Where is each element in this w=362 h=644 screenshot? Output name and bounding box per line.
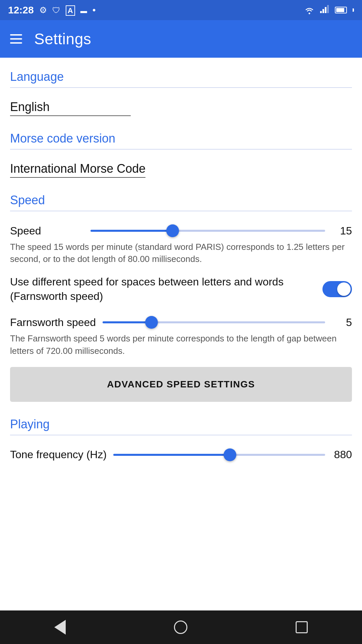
recent-icon bbox=[296, 621, 308, 633]
dot-icon bbox=[93, 5, 96, 15]
speed-slider-thumb[interactable] bbox=[166, 224, 179, 237]
back-button[interactable] bbox=[54, 620, 66, 635]
home-icon bbox=[174, 621, 187, 634]
svg-rect-3 bbox=[327, 5, 329, 13]
farnsworth-slider-thumb[interactable] bbox=[145, 316, 158, 329]
svg-rect-0 bbox=[320, 11, 322, 13]
speed-slider-fill bbox=[90, 230, 173, 232]
farnsworth-slider-track bbox=[103, 321, 325, 323]
status-right bbox=[304, 5, 354, 15]
bottom-nav bbox=[0, 610, 362, 644]
settings-content: Language English Morse code version Inte… bbox=[0, 58, 362, 610]
farnsworth-toggle[interactable] bbox=[322, 281, 352, 297]
speed-slider-value: 15 bbox=[332, 225, 352, 237]
back-icon bbox=[54, 620, 66, 635]
battery-icon bbox=[335, 7, 347, 13]
tone-freq-label: Tone frequency (Hz) bbox=[10, 448, 107, 461]
speed-slider-container[interactable] bbox=[90, 224, 325, 237]
speed-description: The speed 15 words per minute (standard … bbox=[10, 241, 352, 265]
tone-freq-slider-value: 880 bbox=[332, 448, 352, 461]
speed-slider-group: Speed 15 The speed 15 words per minute (… bbox=[10, 211, 352, 265]
morse-section-title: Morse code version bbox=[10, 131, 115, 145]
hamburger-menu[interactable] bbox=[10, 34, 22, 44]
tone-freq-slider-row: Tone frequency (Hz) 880 bbox=[10, 448, 352, 462]
status-bar: 12:28 bbox=[0, 0, 362, 20]
battery-tip bbox=[353, 8, 354, 12]
playing-section-header: Playing bbox=[10, 405, 352, 435]
speed-section-header: Speed bbox=[10, 181, 352, 211]
signal-icon bbox=[320, 5, 329, 15]
language-value: English bbox=[10, 100, 131, 116]
tone-freq-slider-track bbox=[113, 454, 325, 456]
gear-icon bbox=[39, 5, 47, 15]
tone-freq-slider-thumb[interactable] bbox=[224, 448, 236, 461]
shield-icon bbox=[52, 5, 60, 15]
farnsworth-slider-row: Farnsworth speed 5 bbox=[10, 316, 352, 329]
svg-rect-1 bbox=[322, 9, 324, 13]
farnsworth-slider-value: 5 bbox=[332, 316, 352, 329]
speed-slider-track bbox=[90, 230, 325, 232]
language-setting[interactable]: English bbox=[10, 88, 352, 119]
home-button[interactable] bbox=[174, 621, 187, 634]
app-bar: Settings bbox=[0, 20, 362, 58]
hamburger-line bbox=[10, 34, 22, 36]
speed-slider-row: Speed 15 bbox=[10, 224, 352, 237]
language-section-header: Language bbox=[10, 58, 352, 88]
hamburger-line bbox=[10, 38, 22, 40]
farnsworth-toggle-knob bbox=[337, 282, 351, 296]
farnsworth-label: Farnsworth speed bbox=[10, 316, 96, 329]
farnsworth-slider-fill bbox=[103, 321, 152, 323]
farnsworth-description: The Farnsworth speed 5 words per minute … bbox=[10, 332, 352, 357]
advanced-speed-button[interactable]: ADVANCED SPEED SETTINGS bbox=[10, 367, 352, 402]
status-left: 12:28 bbox=[8, 4, 96, 16]
speed-label: Speed bbox=[10, 225, 84, 237]
farnsworth-toggle-row: Use different speed for spaces between l… bbox=[10, 265, 352, 309]
farnsworth-slider-container[interactable] bbox=[103, 316, 325, 329]
wifi-icon bbox=[304, 6, 315, 14]
playing-section-title: Playing bbox=[10, 417, 50, 431]
recent-button[interactable] bbox=[296, 621, 308, 633]
tone-freq-slider-group: Tone frequency (Hz) 880 bbox=[10, 435, 352, 462]
morse-version-setting[interactable]: International Morse Code bbox=[10, 150, 352, 181]
app-bar-title: Settings bbox=[34, 30, 91, 48]
sim-icon bbox=[80, 5, 87, 15]
font-a-icon bbox=[66, 5, 75, 15]
morse-section-header: Morse code version bbox=[10, 119, 352, 150]
status-time: 12:28 bbox=[8, 4, 34, 16]
tone-freq-slider-container[interactable] bbox=[113, 448, 325, 462]
farnsworth-toggle-label: Use different speed for spaces between l… bbox=[10, 275, 322, 304]
speed-section-title: Speed bbox=[10, 193, 45, 207]
hamburger-line bbox=[10, 42, 22, 44]
morse-version-value: International Morse Code bbox=[10, 162, 145, 178]
svg-rect-2 bbox=[325, 7, 326, 13]
tone-freq-slider-fill bbox=[113, 454, 230, 456]
farnsworth-slider-group: Farnsworth speed 5 The Farnsworth speed … bbox=[10, 309, 352, 357]
language-section-title: Language bbox=[10, 70, 64, 84]
